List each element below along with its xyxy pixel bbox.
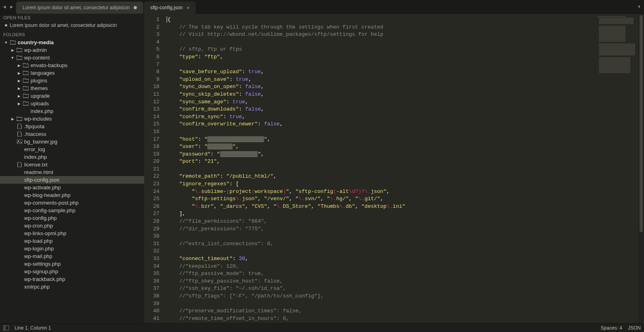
folder-icon bbox=[23, 86, 29, 91]
disclosure-icon[interactable]: ▶ bbox=[17, 102, 21, 106]
disclosure-icon[interactable]: ▶ bbox=[17, 64, 21, 68]
tab-1[interactable]: sftp-config.json× bbox=[144, 2, 196, 14]
blank-icon bbox=[17, 178, 22, 182]
status-bar: Line 1, Column 1 Spaces: 4 JSON bbox=[0, 323, 644, 332]
tree-file[interactable]: bg_banner.jpg bbox=[0, 138, 144, 146]
disclosure-icon[interactable]: ▶ bbox=[17, 71, 21, 75]
blank-icon bbox=[17, 277, 22, 282]
tree-file[interactable]: wp-comments-post.php bbox=[0, 199, 144, 207]
tree-folder[interactable]: ▶themes bbox=[0, 84, 144, 92]
tree-file[interactable]: wp-config.php bbox=[0, 214, 144, 222]
blank-icon bbox=[17, 254, 22, 259]
tree-file[interactable]: .ftpquota bbox=[0, 123, 144, 130]
editor[interactable]: 1234567891011121314151617181920212223242… bbox=[144, 14, 644, 323]
tab-overflow-icon[interactable]: ▼ bbox=[634, 0, 644, 13]
code-line: "password": "xxxxxxxxxxxx", bbox=[167, 151, 594, 158]
code-line bbox=[167, 166, 594, 173]
code-line: //"keepalive": 120, bbox=[167, 263, 594, 271]
tree-file[interactable]: wp-trackback.php bbox=[0, 275, 144, 283]
open-file-item[interactable]: Lorem ipsum dolor sit amet, consectetur … bbox=[0, 22, 144, 31]
tree-file[interactable]: sftp-config.json bbox=[0, 176, 144, 184]
code-area[interactable]: { // The tab key will cycle through the … bbox=[163, 14, 594, 323]
disclosure-icon[interactable]: ▼ bbox=[10, 56, 14, 60]
tree-file[interactable]: wp-config-sample.php bbox=[0, 207, 144, 214]
blank-icon bbox=[17, 193, 22, 198]
code-line: "port": "21", bbox=[167, 158, 594, 166]
disclosure-icon[interactable]: ▶ bbox=[17, 86, 21, 90]
minimap[interactable] bbox=[594, 14, 638, 323]
blank-icon bbox=[17, 223, 22, 228]
tree-folder[interactable]: ▶upgrade bbox=[0, 92, 144, 100]
tree-file[interactable]: wp-load.php bbox=[0, 237, 144, 245]
tree-folder[interactable]: ▼wp-content bbox=[0, 54, 144, 61]
disclosure-icon[interactable]: ▶ bbox=[10, 117, 14, 121]
file-icon bbox=[17, 124, 22, 129]
code-line: "sync_skip_deletes": false, bbox=[167, 91, 594, 98]
tab-0[interactable]: Lorem ipsum dolor sit amet, consectetur … bbox=[16, 2, 144, 14]
code-line: //"dir_permissions": "775", bbox=[167, 225, 594, 233]
dirty-dot-icon bbox=[134, 6, 137, 9]
syntax-setting[interactable]: JSON bbox=[628, 325, 641, 331]
cursor-position: Line 1, Column 1 bbox=[14, 325, 51, 331]
tree-file[interactable]: wp-settings.php bbox=[0, 260, 144, 268]
tree-folder[interactable]: ▶envato-backups bbox=[0, 61, 144, 69]
tree-file[interactable]: xmlrpc.php bbox=[0, 283, 144, 291]
tree-file[interactable]: wp-mail.php bbox=[0, 252, 144, 260]
tree-label: wp-includes bbox=[24, 116, 52, 122]
tree-label: wp-content bbox=[24, 55, 50, 61]
blank-icon bbox=[17, 262, 22, 266]
tree-folder[interactable]: ▶languages bbox=[0, 69, 144, 77]
tree-file[interactable]: wp-activate.php bbox=[0, 184, 144, 191]
tree-file[interactable]: .htaccess bbox=[0, 130, 144, 138]
tree-label: index.php bbox=[31, 108, 53, 114]
blank-icon bbox=[17, 269, 22, 274]
tree-file[interactable]: index.php bbox=[0, 153, 144, 161]
blank-icon bbox=[17, 216, 22, 221]
tree-label: index.php bbox=[24, 154, 47, 160]
code-line: "ignore_regexes": [ bbox=[167, 180, 594, 188]
disclosure-icon[interactable]: ▼ bbox=[4, 41, 8, 45]
tree-folder[interactable]: ▶plugins bbox=[0, 77, 144, 84]
disclosure-icon[interactable]: ▶ bbox=[17, 79, 21, 83]
blank-icon bbox=[23, 109, 29, 114]
tree-label: themes bbox=[31, 85, 48, 91]
code-line: //"sftp_flags": ["-F", "/path/to/ssh_con… bbox=[167, 293, 594, 300]
tree-folder[interactable]: ▶wp-includes bbox=[0, 115, 144, 123]
tree-folder[interactable]: ▶uploads bbox=[0, 100, 144, 107]
folders-heading: FOLDERS bbox=[0, 31, 144, 39]
tree-file[interactable]: wp-cron.php bbox=[0, 222, 144, 230]
tree-label: wp-activate.php bbox=[24, 184, 61, 191]
blank-icon bbox=[17, 185, 22, 190]
code-line: "host": "xxxxxxxxxxxxxxxxxx", bbox=[167, 136, 594, 143]
nav-back-icon[interactable]: ◄ bbox=[2, 4, 7, 10]
code-line: //"ftp_obey_passive_host": false, bbox=[167, 278, 594, 285]
folder-tree[interactable]: ▼country-media▶wp-admin▼wp-content▶envat… bbox=[0, 39, 144, 323]
editor-scrollbar[interactable] bbox=[638, 14, 644, 323]
disclosure-icon[interactable]: ▶ bbox=[10, 48, 14, 52]
indent-setting[interactable]: Spaces: 4 bbox=[601, 325, 622, 331]
tree-folder[interactable]: ▼country-media bbox=[0, 39, 144, 46]
svg-rect-0 bbox=[17, 139, 22, 144]
blank-icon bbox=[17, 285, 22, 289]
tree-file[interactable]: wp-links-opml.php bbox=[0, 230, 144, 237]
code-line: "remote_path": "/public_html/", bbox=[167, 173, 594, 180]
disclosure-icon[interactable]: ▶ bbox=[17, 94, 21, 98]
tree-file[interactable]: wp-login.php bbox=[0, 245, 144, 252]
panel-switcher-icon[interactable] bbox=[3, 326, 9, 330]
nav-forward-icon[interactable]: ► bbox=[9, 4, 14, 10]
code-line: ], bbox=[167, 210, 594, 218]
folder-icon bbox=[23, 101, 29, 106]
tree-label: languages bbox=[31, 70, 55, 76]
image-icon bbox=[17, 139, 22, 144]
tree-file[interactable]: wp-blog-header.php bbox=[0, 191, 144, 199]
folder-icon bbox=[10, 40, 16, 45]
tree-file[interactable]: license.txt bbox=[0, 161, 144, 168]
tree-folder[interactable]: ▶wp-admin bbox=[0, 46, 144, 54]
file-icon bbox=[17, 162, 22, 167]
code-line: // The tab key will cycle through the se… bbox=[167, 24, 594, 31]
tree-file[interactable]: wp-signup.php bbox=[0, 268, 144, 275]
close-icon[interactable]: × bbox=[187, 5, 190, 11]
tree-file[interactable]: readme.html bbox=[0, 168, 144, 176]
tree-file[interactable]: error_log bbox=[0, 146, 144, 153]
tree-file[interactable]: index.php bbox=[0, 107, 144, 115]
